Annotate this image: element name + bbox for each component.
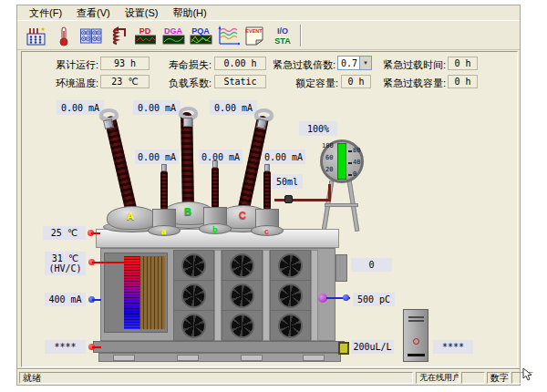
field-lifeloss: 0.00 h — [214, 57, 266, 70]
sensor-line — [92, 262, 124, 263]
transformer-icon — [25, 25, 48, 47]
gauge-tick: 100 — [322, 142, 334, 150]
radiator-column — [173, 250, 214, 341]
field-overload-time: 0 h — [448, 57, 478, 70]
dga-button[interactable]: DGA — [160, 24, 185, 47]
waveform-icon — [215, 25, 240, 47]
bushing-hv-b — [181, 112, 194, 211]
skid-pad — [303, 355, 325, 361]
field-label-overload-factor: 紧急过载倍数: — [266, 58, 335, 72]
oil-level-percent: 100% — [299, 121, 337, 136]
menu-bar: 文件(F) 查看(V) 设置(S) 帮助(H) — [17, 5, 520, 21]
hv-current-a: 0.00 mA — [57, 100, 104, 115]
skid-pad — [177, 355, 199, 361]
fan-cell — [222, 311, 262, 341]
menu-settings[interactable]: 设置(S) — [119, 5, 165, 21]
mouse-cursor-icon — [521, 367, 533, 382]
event-button[interactable]: EVENT — [243, 24, 267, 47]
pd-label: PD — [139, 26, 151, 36]
field-label-runtime: 累计运行: — [47, 58, 98, 72]
io-sta-icon: I/O STA — [270, 24, 294, 47]
hv-current-c: 0.00 mA — [210, 100, 257, 115]
gauge-dash — [348, 150, 352, 152]
winding-thermal-bar — [124, 256, 139, 329]
coil-button[interactable] — [106, 24, 130, 47]
tank-rail — [263, 250, 270, 341]
toolbar: PD DGA PQA — [17, 22, 520, 50]
bushing-hv-a — [104, 115, 138, 213]
skid-pad — [241, 355, 263, 361]
toolbar-separator — [300, 25, 302, 46]
coil-icon — [107, 25, 130, 47]
fan-icon — [181, 284, 206, 308]
io-sta-button[interactable]: I/O STA — [270, 24, 294, 47]
phase-label-lv-b: b — [212, 225, 218, 234]
waves-button[interactable] — [215, 24, 240, 47]
cabinet-vent — [408, 316, 424, 318]
menu-file[interactable]: 文件(F) — [23, 5, 68, 21]
fan-icon — [230, 314, 254, 338]
tank-rail — [311, 250, 318, 341]
field-label-rated-capacity: 额定容量: — [282, 77, 338, 90]
pqa-icon: PQA — [188, 25, 212, 47]
field-runtime: 93 h — [100, 57, 150, 70]
sensor-line — [92, 346, 101, 348]
event-icon: EVENT — [243, 25, 267, 47]
app-window: 文件(F) 查看(V) 设置(S) 帮助(H) — [16, 5, 521, 386]
fan-icon — [230, 253, 254, 278]
gauge-dash — [348, 162, 352, 164]
content-area: 累计运行: 93 h 寿命损失: 0.00 h 紧急过载倍数: 0.7 ▼ 紧急… — [21, 51, 518, 367]
fan-cell — [271, 281, 310, 311]
neutral-current-label: 400 mA — [45, 293, 86, 306]
pqa-button[interactable]: PQA — [188, 24, 212, 47]
tank-rail — [214, 250, 222, 341]
radiator-column — [222, 250, 263, 341]
bushing-lv-c — [263, 170, 271, 211]
fan-icon — [278, 253, 303, 278]
thermometer-icon — [52, 25, 76, 47]
phase-label-b: B — [184, 206, 191, 217]
fan-icon — [181, 314, 206, 338]
gauge-tick: 20 — [325, 166, 333, 173]
sta-label: STA — [274, 36, 291, 46]
pd-button[interactable]: PD — [133, 24, 158, 47]
hv-current-b: 0.00 mA — [133, 100, 181, 115]
winding-core — [139, 256, 165, 329]
gauge-tick: 80 — [353, 147, 360, 154]
winding-temp-value: 31 ℃ — [52, 253, 78, 263]
partial-discharge-label: 500 pC — [353, 293, 395, 306]
sensor-dot — [343, 294, 349, 301]
lv-current-c: 0.00 mA — [262, 150, 305, 164]
menu-view[interactable]: 查看(V) — [70, 5, 117, 21]
status-bar: 就绪 无在线用户 数字 — [17, 369, 520, 385]
fan-icon — [230, 284, 254, 308]
bushing-lv-cap-b — [212, 160, 218, 168]
event-label: EVENT — [245, 28, 263, 34]
fan-cell — [174, 251, 213, 281]
phase-label-lv-a: a — [161, 227, 166, 236]
fans-button[interactable] — [78, 24, 103, 47]
winding-temp-tap: (HV/C) — [48, 263, 81, 273]
thermometer-button[interactable] — [51, 24, 76, 47]
menu-help[interactable]: 帮助(H) — [166, 5, 212, 21]
gauge-tick: 40 — [353, 159, 360, 166]
sensor-line — [91, 232, 100, 234]
field-label-overload-capacity: 紧急过载容量: — [377, 77, 446, 90]
cabinet-vent — [408, 320, 424, 322]
fans-icon — [79, 25, 103, 47]
field-label-loadfactor: 负载系数: — [160, 77, 212, 90]
pipe-valve — [284, 195, 293, 203]
fan-cell — [271, 311, 310, 341]
fan-cell — [174, 311, 213, 341]
bushing-lv-cap-a — [161, 164, 167, 171]
transformer-button[interactable] — [24, 24, 48, 47]
phase-label-a: A — [127, 211, 134, 222]
sensor-line — [92, 299, 101, 301]
overload-factor-dropdown[interactable]: 0.7 ▼ — [337, 56, 372, 70]
dropdown-arrow-icon[interactable]: ▼ — [359, 57, 371, 69]
tank-base — [93, 341, 345, 353]
cabinet-logo — [413, 338, 419, 345]
fan-icon — [278, 314, 303, 338]
gauge-tick: 0 — [353, 170, 356, 178]
bushing-cap-c — [256, 119, 267, 129]
